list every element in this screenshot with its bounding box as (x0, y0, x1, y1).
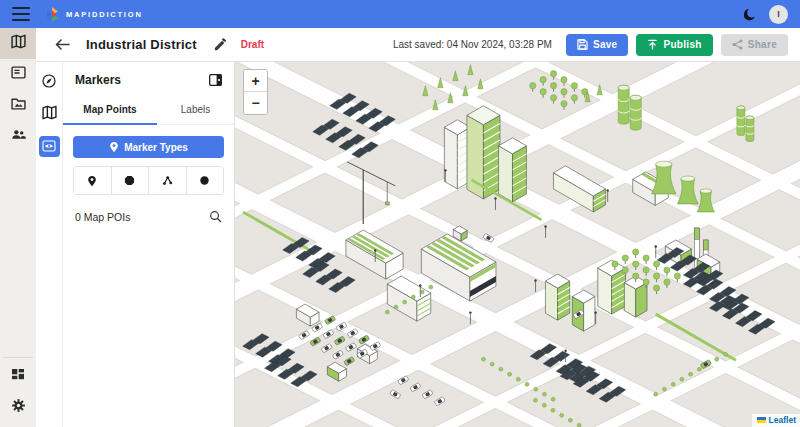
gear-icon (11, 398, 26, 417)
marker-types-button[interactable]: Marker Types (73, 136, 224, 158)
rail-item-visibility[interactable] (39, 136, 60, 157)
leaflet-link[interactable]: Leaflet (769, 415, 796, 425)
panel-tabs: Map Points Labels (63, 96, 234, 125)
marker-type-polyline[interactable] (149, 167, 187, 194)
map-zoom-control: + − (243, 69, 268, 115)
sidebar-item-apps[interactable] (0, 361, 36, 392)
sidebar-item-settings[interactable] (0, 392, 36, 423)
map-canvas[interactable]: + − Leaflet (235, 62, 800, 427)
menu-icon[interactable] (12, 7, 30, 21)
save-icon (577, 39, 588, 50)
map-attribution: Leaflet (752, 414, 800, 427)
share-icon (732, 39, 743, 50)
media-folder-icon (11, 96, 26, 115)
collapse-panel-icon[interactable] (209, 74, 222, 86)
panel-title: Markers (75, 73, 121, 87)
users-icon (11, 127, 26, 146)
dark-mode-icon[interactable] (742, 7, 757, 22)
top-app-bar: MAPIDDICTION I (0, 0, 800, 28)
zoom-in-button[interactable]: + (244, 70, 267, 92)
ukraine-flag-icon (757, 417, 766, 423)
sidebar-item-templates[interactable] (0, 59, 36, 90)
apps-grid-icon (11, 368, 25, 386)
compass-icon (41, 73, 57, 93)
isometric-city-illustration (235, 62, 800, 427)
sidebar-item-media[interactable] (0, 90, 36, 121)
brand-name: MAPIDDICTION (66, 10, 143, 19)
marker-type-pin[interactable] (74, 167, 112, 194)
share-button[interactable]: Share (721, 34, 788, 56)
pin-icon (109, 141, 119, 153)
markers-panel: Markers Map Points Labels (63, 62, 235, 427)
template-icon (11, 65, 26, 84)
poi-count-label: 0 Map POIs (75, 211, 130, 223)
tab-labels[interactable]: Labels (157, 96, 234, 124)
avatar[interactable]: I (769, 5, 788, 24)
sidebar-item-users[interactable] (0, 121, 36, 152)
save-button[interactable]: Save (566, 34, 629, 56)
brand-logo-icon (46, 7, 59, 22)
document-header: Industrial District Draft Last saved: 04… (36, 28, 800, 62)
search-icon[interactable] (209, 210, 222, 223)
app-sidebar (0, 28, 36, 427)
marker-type-selector (73, 166, 224, 195)
eye-icon (42, 138, 56, 156)
sidebar-divider (3, 357, 33, 358)
map-icon (42, 105, 57, 124)
rail-item-explore[interactable] (39, 72, 60, 93)
tab-map-points[interactable]: Map Points (63, 96, 157, 124)
rail-item-map[interactable] (39, 104, 60, 125)
zoom-out-button[interactable]: − (244, 92, 267, 114)
status-badge: Draft (241, 39, 264, 50)
back-button[interactable] (52, 35, 72, 55)
tool-rail (36, 62, 63, 427)
marker-type-circle[interactable] (187, 167, 224, 194)
map-icon (11, 34, 26, 53)
edit-title-button[interactable] (211, 36, 229, 54)
page-title: Industrial District (86, 37, 197, 52)
sidebar-item-maps[interactable] (0, 28, 36, 59)
publish-icon (647, 39, 658, 50)
last-saved-text: Last saved: 04 Nov 2024, 03:28 PM (393, 39, 552, 50)
marker-type-polygon[interactable] (112, 167, 150, 194)
publish-button[interactable]: Publish (636, 34, 712, 56)
